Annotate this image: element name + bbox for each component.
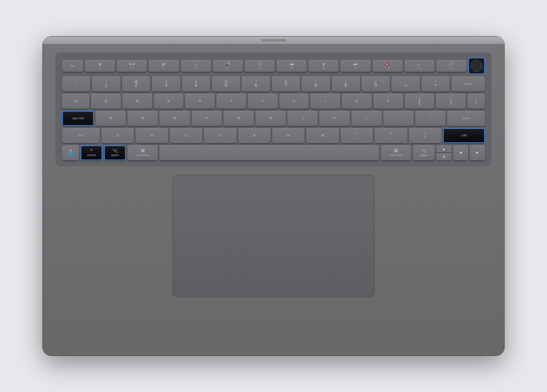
key-shift-right[interactable]: shift: [443, 128, 485, 143]
key-bracket-open[interactable]: { [: [405, 94, 435, 109]
key-u[interactable]: U: [279, 94, 309, 109]
macbook-body: esc ☀ F1 ☀☀ F2 ⊞ F3 ⌕: [43, 37, 504, 355]
key-m[interactable]: M: [306, 128, 339, 143]
key-control[interactable]: ^ control: [81, 145, 102, 160]
key-f10[interactable]: 🔇 F10: [372, 60, 403, 72]
key-semicolon[interactable]: : ;: [383, 111, 414, 126]
key-z[interactable]: Z: [102, 128, 134, 143]
key-spacebar[interactable]: [159, 145, 379, 160]
key-9[interactable]: ( 9: [332, 76, 360, 91]
key-v[interactable]: V: [204, 128, 236, 143]
key-minus[interactable]: _ —: [391, 76, 419, 91]
key-fn[interactable]: fn 🌐: [62, 145, 79, 160]
key-f[interactable]: F: [192, 111, 222, 126]
key-f6[interactable]: ☽ F6: [245, 60, 275, 72]
key-r[interactable]: R: [185, 94, 215, 109]
key-a[interactable]: A: [96, 111, 126, 126]
key-esc[interactable]: esc: [62, 60, 83, 72]
key-command-left[interactable]: ⌘ command: [128, 145, 158, 160]
key-8[interactable]: * 8: [302, 76, 330, 91]
key-f3[interactable]: ⊞ F3: [148, 60, 179, 72]
key-caps-lock[interactable]: caps lock: [62, 111, 94, 126]
key-f8[interactable]: ⏸ F8: [308, 60, 339, 72]
key-period[interactable]: > .: [375, 128, 407, 143]
key-t[interactable]: T: [216, 94, 246, 109]
key-2[interactable]: @ 2: [122, 76, 150, 91]
key-y[interactable]: Y: [248, 94, 278, 109]
key-arrow-right[interactable]: ▶: [470, 145, 485, 160]
asdf-row: caps lock A S D F G H J K L : ;: [62, 111, 485, 126]
key-4[interactable]: $ 4: [182, 76, 210, 91]
key-option-left[interactable]: ⌥ option: [104, 145, 126, 160]
key-delete[interactable]: delete: [451, 76, 485, 91]
key-1[interactable]: ! 1: [92, 76, 120, 91]
key-o[interactable]: O: [342, 94, 372, 109]
key-0[interactable]: ) 0: [362, 76, 390, 91]
key-b[interactable]: B: [238, 128, 271, 143]
key-command-right[interactable]: ⌘ command: [381, 145, 411, 160]
laptop-surface: esc ☀ F1 ☀☀ F2 ⊞ F3 ⌕: [43, 44, 504, 355]
key-f9[interactable]: ⏭ F9: [340, 60, 370, 72]
key-3[interactable]: # 3: [152, 76, 180, 91]
key-option-right[interactable]: ⌥ option: [413, 145, 435, 160]
key-arrow-left[interactable]: ◀: [453, 145, 468, 160]
key-s[interactable]: S: [128, 111, 158, 126]
key-arrow-down[interactable]: ▼: [436, 153, 451, 160]
key-touchid[interactable]: [468, 57, 485, 74]
key-h[interactable]: H: [255, 111, 286, 126]
key-quote[interactable]: " ': [415, 111, 445, 126]
key-equals[interactable]: + =: [422, 76, 450, 91]
key-arrow-up[interactable]: ▲: [436, 145, 451, 152]
key-g[interactable]: G: [224, 111, 254, 126]
top-bar: [43, 37, 504, 44]
key-return[interactable]: return: [447, 111, 485, 126]
trackpad[interactable]: [173, 175, 374, 296]
key-f7[interactable]: ⏮ F7: [276, 60, 307, 72]
key-f5[interactable]: 🎤 F5: [213, 60, 243, 72]
number-row: ~ ` ! 1 @ 2 # 3: [62, 76, 485, 91]
qwerty-row: tab Q W E R T Y U I O P { [: [62, 94, 485, 109]
key-5[interactable]: % 5: [212, 76, 240, 91]
key-f2[interactable]: ☀☀ F2: [117, 60, 147, 72]
key-backtick[interactable]: ~ `: [62, 76, 90, 91]
key-f11[interactable]: 🔉 F11: [404, 60, 435, 72]
key-n[interactable]: N: [272, 128, 305, 143]
key-i[interactable]: I: [310, 94, 340, 109]
key-f4[interactable]: ⌕ F4: [181, 60, 211, 72]
key-c[interactable]: C: [170, 128, 202, 143]
function-row: esc ☀ F1 ☀☀ F2 ⊞ F3 ⌕: [62, 57, 485, 74]
bottom-row: fn 🌐 ^ control ⌥ option ⌘: [62, 145, 485, 160]
key-bracket-close[interactable]: } ]: [436, 94, 466, 109]
key-x[interactable]: X: [135, 128, 168, 143]
key-e[interactable]: E: [154, 94, 184, 109]
zxcv-row: shift Z X C V B N M < , > .: [62, 128, 485, 143]
key-slash[interactable]: ? /: [409, 128, 441, 143]
key-l[interactable]: L: [352, 111, 382, 126]
key-shift-left[interactable]: shift: [62, 128, 100, 143]
key-tab[interactable]: tab: [62, 94, 89, 109]
key-comma[interactable]: < ,: [341, 128, 373, 143]
key-backslash[interactable]: | \: [467, 94, 485, 109]
key-k[interactable]: K: [319, 111, 349, 126]
laptop-container: esc ☀ F1 ☀☀ F2 ⊞ F3 ⌕: [26, 13, 521, 379]
key-arrows-vertical: ▲ ▼: [436, 145, 451, 160]
keyboard: esc ☀ F1 ☀☀ F2 ⊞ F3 ⌕: [55, 52, 492, 166]
key-d[interactable]: D: [159, 111, 190, 126]
key-6[interactable]: ^ 6: [242, 76, 270, 91]
key-w[interactable]: W: [122, 94, 152, 109]
key-7[interactable]: & 7: [272, 76, 300, 91]
key-j[interactable]: J: [287, 111, 318, 126]
key-p[interactable]: P: [373, 94, 403, 109]
key-q[interactable]: Q: [91, 94, 121, 109]
key-f1[interactable]: ☀ F1: [85, 60, 115, 72]
key-f12[interactable]: 🔊 F12: [436, 60, 466, 72]
